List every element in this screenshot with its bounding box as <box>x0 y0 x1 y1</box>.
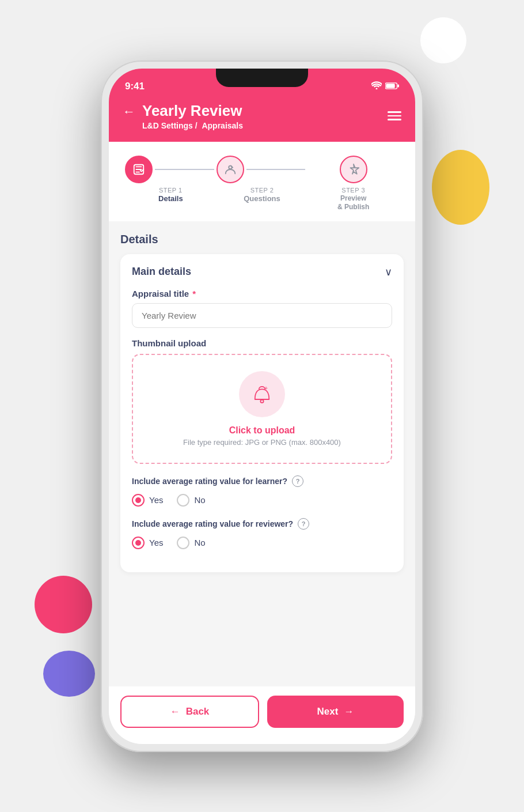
svg-rect-2 <box>386 84 394 88</box>
step-line-2 <box>246 169 306 170</box>
next-arrow-icon: → <box>344 706 354 717</box>
card-title: Main details <box>132 266 191 278</box>
question1-yes-option[interactable]: Yes <box>132 494 163 507</box>
thumbnail-upload-label: Thumbnail upload <box>132 338 392 348</box>
phone-screen: 9:41 <box>109 69 415 744</box>
section-title: Details <box>120 233 404 246</box>
deco-circle-yellow <box>432 150 489 225</box>
step-2-num: STEP 2 <box>244 187 280 194</box>
required-star: * <box>190 289 196 299</box>
next-label: Next <box>317 706 339 717</box>
wifi-icon <box>371 81 382 91</box>
question1-yes-label: Yes <box>149 495 163 505</box>
step-1-name: Details <box>158 194 183 203</box>
step-1-circle <box>125 156 153 183</box>
question1-no-radio[interactable] <box>177 494 189 507</box>
question2-no-radio[interactable] <box>177 537 189 549</box>
question1-yes-radio[interactable] <box>132 494 145 507</box>
page-title: Yearly Review <box>142 102 243 120</box>
main-details-card: Main details ∨ Appraisal title * Thumbna… <box>120 254 404 572</box>
step-1-labels: STEP 1 Details <box>158 187 183 203</box>
step-1[interactable]: STEP 1 Details <box>125 156 217 203</box>
back-label: Back <box>186 706 210 717</box>
svg-rect-3 <box>397 84 399 87</box>
card-header: Main details ∨ <box>132 266 392 278</box>
header-back-button[interactable]: ← <box>123 104 135 119</box>
back-button[interactable]: ← Back <box>120 696 259 728</box>
step-3-num: STEP 3 <box>337 187 369 194</box>
upload-area[interactable]: Click to upload File type required: JPG … <box>132 354 392 464</box>
back-arrow-icon: ← <box>170 706 180 717</box>
question2-no-option[interactable]: No <box>177 537 205 549</box>
phone-notch <box>216 69 308 87</box>
status-time: 9:41 <box>125 81 145 92</box>
breadcrumb: L&D Settings / Appraisals <box>142 121 243 130</box>
step-line-1 <box>155 169 214 170</box>
appraisal-title-input[interactable] <box>132 303 392 328</box>
deco-circle-white <box>420 17 466 63</box>
question2-help-icon[interactable]: ? <box>298 518 309 530</box>
upload-file-info: File type required: JPG or PNG (max. 800… <box>183 438 341 447</box>
deco-circle-purple <box>43 651 95 697</box>
step-3-name: Preview& Publish <box>337 194 369 212</box>
step-2-circle <box>217 156 244 183</box>
question1-label: Include average rating value for learner… <box>132 475 392 487</box>
main-content: Details Main details ∨ Appraisal title *… <box>109 221 415 686</box>
breadcrumb-prefix: L&D Settings / <box>142 121 198 130</box>
question2-yes-label: Yes <box>149 538 163 547</box>
svg-point-6 <box>260 400 263 403</box>
chevron-down-icon[interactable]: ∨ <box>385 266 392 278</box>
battery-icon <box>385 82 399 91</box>
app-header: ← Yearly Review L&D Settings / Appraisal… <box>109 96 415 142</box>
scene: 9:41 <box>0 0 524 812</box>
question2-radio-group: Yes No <box>132 537 392 549</box>
header-left: ← Yearly Review L&D Settings / Appraisal… <box>123 102 243 130</box>
steps-container: STEP 1 Details <box>109 142 415 221</box>
question1-help-icon[interactable]: ? <box>292 475 303 487</box>
breadcrumb-current: Appraisals <box>202 121 243 130</box>
next-button[interactable]: Next → <box>267 696 404 728</box>
step-2[interactable]: STEP 2 Questions <box>217 156 308 203</box>
phone-shell: 9:41 <box>101 61 423 752</box>
question2-no-label: No <box>194 538 205 547</box>
status-icons <box>371 81 399 91</box>
question2-label: Include average rating value for reviewe… <box>132 518 392 530</box>
step-3[interactable]: STEP 3 Preview& Publish <box>307 156 399 212</box>
question1-no-option[interactable]: No <box>177 494 205 507</box>
step-3-labels: STEP 3 Preview& Publish <box>337 187 369 212</box>
question2-yes-option[interactable]: Yes <box>132 537 163 549</box>
svg-point-0 <box>376 88 378 90</box>
step-3-circle <box>340 156 367 183</box>
question1-radio-group: Yes No <box>132 494 392 507</box>
question2-yes-radio[interactable] <box>132 537 145 549</box>
question1-no-label: No <box>194 495 205 505</box>
deco-circle-pink <box>35 576 92 633</box>
bottom-actions: ← Back Next → <box>109 686 415 744</box>
header-title-group: Yearly Review L&D Settings / Appraisals <box>142 102 243 130</box>
upload-icon-wrapper <box>239 371 285 417</box>
step-2-name: Questions <box>244 194 280 203</box>
upload-click-text[interactable]: Click to upload <box>229 425 295 436</box>
step-1-num: STEP 1 <box>158 187 183 194</box>
menu-button[interactable] <box>388 111 401 120</box>
step-2-labels: STEP 2 Questions <box>244 187 280 203</box>
appraisal-title-label: Appraisal title * <box>132 289 392 299</box>
